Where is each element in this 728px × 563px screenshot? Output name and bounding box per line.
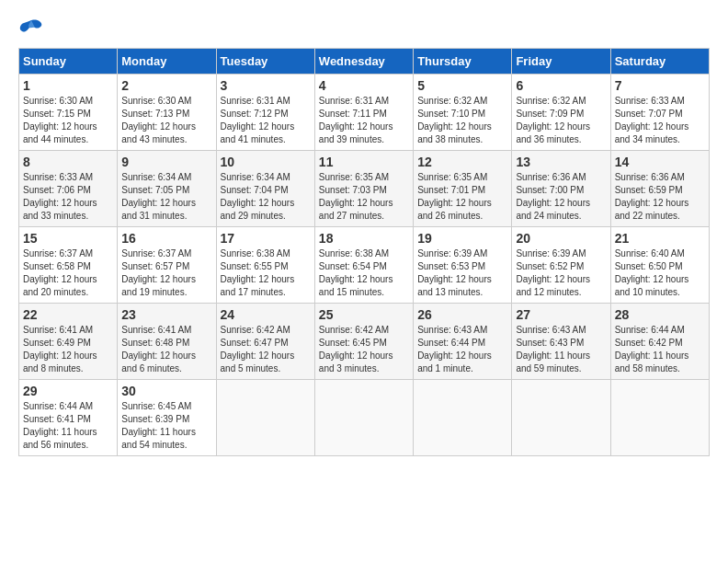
day-number: 27 [516, 307, 606, 322]
calendar-cell: 21 Sunrise: 6:40 AM Sunset: 6:50 PM Dayl… [610, 227, 709, 304]
calendar-cell: 17 Sunrise: 6:38 AM Sunset: 6:55 PM Dayl… [216, 227, 314, 304]
day-info: Sunrise: 6:33 AM Sunset: 7:07 PM Dayligh… [615, 95, 705, 146]
day-number: 25 [319, 307, 409, 322]
calendar-cell: 30 Sunrise: 6:45 AM Sunset: 6:39 PM Dayl… [118, 380, 216, 456]
calendar-cell: 14 Sunrise: 6:36 AM Sunset: 6:59 PM Dayl… [610, 151, 709, 227]
day-number: 9 [121, 155, 211, 169]
day-number: 24 [221, 307, 311, 322]
logo-bird-icon [18, 18, 44, 39]
day-header-monday: Monday [118, 49, 216, 75]
day-number: 17 [221, 231, 311, 246]
day-header-tuesday: Tuesday [216, 49, 314, 75]
day-number: 6 [516, 78, 606, 93]
day-info: Sunrise: 6:32 AM Sunset: 7:10 PM Dayligh… [417, 95, 507, 146]
day-info: Sunrise: 6:44 AM Sunset: 6:42 PM Dayligh… [615, 324, 705, 375]
day-info: Sunrise: 6:40 AM Sunset: 6:50 PM Dayligh… [615, 247, 705, 299]
calendar-cell [216, 380, 314, 456]
calendar-cell: 6 Sunrise: 6:32 AM Sunset: 7:09 PM Dayli… [512, 75, 610, 151]
calendar-cell: 27 Sunrise: 6:43 AM Sunset: 6:43 PM Dayl… [512, 304, 610, 380]
calendar-cell: 10 Sunrise: 6:34 AM Sunset: 7:04 PM Dayl… [216, 151, 314, 227]
calendar-cell [314, 380, 413, 456]
day-header-friday: Friday [512, 49, 610, 75]
calendar-cell: 3 Sunrise: 6:31 AM Sunset: 7:12 PM Dayli… [216, 75, 314, 151]
calendar-cell [512, 380, 610, 456]
calendar-cell [414, 380, 512, 456]
day-info: Sunrise: 6:35 AM Sunset: 7:01 PM Dayligh… [417, 171, 507, 223]
day-info: Sunrise: 6:45 AM Sunset: 6:39 PM Dayligh… [121, 400, 211, 452]
day-info: Sunrise: 6:30 AM Sunset: 7:15 PM Dayligh… [23, 95, 113, 146]
day-number: 28 [615, 307, 705, 322]
day-info: Sunrise: 6:33 AM Sunset: 7:06 PM Dayligh… [23, 171, 113, 223]
day-number: 3 [221, 78, 311, 93]
day-info: Sunrise: 6:38 AM Sunset: 6:54 PM Dayligh… [319, 247, 409, 299]
day-number: 22 [23, 307, 113, 322]
day-info: Sunrise: 6:34 AM Sunset: 7:04 PM Dayligh… [221, 171, 311, 223]
day-number: 16 [121, 231, 211, 246]
calendar-cell: 28 Sunrise: 6:44 AM Sunset: 6:42 PM Dayl… [610, 304, 709, 380]
calendar-cell: 12 Sunrise: 6:35 AM Sunset: 7:01 PM Dayl… [414, 151, 512, 227]
day-number: 29 [23, 384, 113, 398]
day-info: Sunrise: 6:43 AM Sunset: 6:44 PM Dayligh… [417, 324, 507, 375]
calendar-cell: 16 Sunrise: 6:37 AM Sunset: 6:57 PM Dayl… [118, 227, 216, 304]
calendar-cell: 4 Sunrise: 6:31 AM Sunset: 7:11 PM Dayli… [314, 75, 413, 151]
calendar-cell: 23 Sunrise: 6:41 AM Sunset: 6:48 PM Dayl… [118, 304, 216, 380]
day-info: Sunrise: 6:41 AM Sunset: 6:49 PM Dayligh… [23, 324, 113, 375]
calendar-cell: 29 Sunrise: 6:44 AM Sunset: 6:41 PM Dayl… [19, 380, 118, 456]
calendar-cell: 1 Sunrise: 6:30 AM Sunset: 7:15 PM Dayli… [19, 75, 118, 151]
day-info: Sunrise: 6:36 AM Sunset: 6:59 PM Dayligh… [615, 171, 705, 223]
day-info: Sunrise: 6:31 AM Sunset: 7:11 PM Dayligh… [319, 95, 409, 146]
day-header-sunday: Sunday [19, 49, 118, 75]
day-number: 13 [516, 155, 606, 169]
header [18, 18, 710, 39]
day-info: Sunrise: 6:36 AM Sunset: 7:00 PM Dayligh… [516, 171, 606, 223]
day-header-thursday: Thursday [414, 49, 512, 75]
calendar-cell: 20 Sunrise: 6:39 AM Sunset: 6:52 PM Dayl… [512, 227, 610, 304]
day-number: 4 [319, 78, 409, 93]
day-info: Sunrise: 6:38 AM Sunset: 6:55 PM Dayligh… [221, 247, 311, 299]
day-number: 8 [23, 155, 113, 169]
day-number: 1 [23, 78, 113, 93]
day-number: 5 [417, 78, 507, 93]
calendar-table: SundayMondayTuesdayWednesdayThursdayFrid… [18, 48, 710, 456]
day-info: Sunrise: 6:37 AM Sunset: 6:58 PM Dayligh… [23, 247, 113, 299]
day-info: Sunrise: 6:31 AM Sunset: 7:12 PM Dayligh… [221, 95, 311, 146]
calendar-cell: 22 Sunrise: 6:41 AM Sunset: 6:49 PM Dayl… [19, 304, 118, 380]
day-number: 15 [23, 231, 113, 246]
day-number: 19 [417, 231, 507, 246]
day-header-saturday: Saturday [610, 49, 709, 75]
day-number: 10 [221, 155, 311, 169]
calendar-cell: 18 Sunrise: 6:38 AM Sunset: 6:54 PM Dayl… [314, 227, 413, 304]
calendar-cell [610, 380, 709, 456]
calendar-cell: 7 Sunrise: 6:33 AM Sunset: 7:07 PM Dayli… [610, 75, 709, 151]
day-number: 20 [516, 231, 606, 246]
day-info: Sunrise: 6:42 AM Sunset: 6:47 PM Dayligh… [221, 324, 311, 375]
calendar-cell: 2 Sunrise: 6:30 AM Sunset: 7:13 PM Dayli… [118, 75, 216, 151]
day-header-wednesday: Wednesday [314, 49, 413, 75]
logo [18, 18, 48, 39]
calendar-cell: 24 Sunrise: 6:42 AM Sunset: 6:47 PM Dayl… [216, 304, 314, 380]
day-info: Sunrise: 6:35 AM Sunset: 7:03 PM Dayligh… [319, 171, 409, 223]
day-info: Sunrise: 6:30 AM Sunset: 7:13 PM Dayligh… [121, 95, 211, 146]
calendar-cell: 8 Sunrise: 6:33 AM Sunset: 7:06 PM Dayli… [19, 151, 118, 227]
day-info: Sunrise: 6:41 AM Sunset: 6:48 PM Dayligh… [121, 324, 211, 375]
calendar-cell: 5 Sunrise: 6:32 AM Sunset: 7:10 PM Dayli… [414, 75, 512, 151]
day-number: 11 [319, 155, 409, 169]
day-info: Sunrise: 6:34 AM Sunset: 7:05 PM Dayligh… [121, 171, 211, 223]
day-info: Sunrise: 6:42 AM Sunset: 6:45 PM Dayligh… [319, 324, 409, 375]
day-info: Sunrise: 6:43 AM Sunset: 6:43 PM Dayligh… [516, 324, 606, 375]
day-number: 12 [417, 155, 507, 169]
day-number: 14 [615, 155, 705, 169]
day-number: 18 [319, 231, 409, 246]
calendar-cell: 19 Sunrise: 6:39 AM Sunset: 6:53 PM Dayl… [414, 227, 512, 304]
day-info: Sunrise: 6:44 AM Sunset: 6:41 PM Dayligh… [23, 400, 113, 452]
day-number: 21 [615, 231, 705, 246]
calendar-cell: 13 Sunrise: 6:36 AM Sunset: 7:00 PM Dayl… [512, 151, 610, 227]
day-info: Sunrise: 6:39 AM Sunset: 6:53 PM Dayligh… [417, 247, 507, 299]
day-number: 23 [121, 307, 211, 322]
day-number: 30 [121, 384, 211, 398]
day-number: 2 [121, 78, 211, 93]
calendar-cell: 15 Sunrise: 6:37 AM Sunset: 6:58 PM Dayl… [19, 227, 118, 304]
day-number: 7 [615, 78, 705, 93]
day-info: Sunrise: 6:32 AM Sunset: 7:09 PM Dayligh… [516, 95, 606, 146]
calendar-cell: 25 Sunrise: 6:42 AM Sunset: 6:45 PM Dayl… [314, 304, 413, 380]
